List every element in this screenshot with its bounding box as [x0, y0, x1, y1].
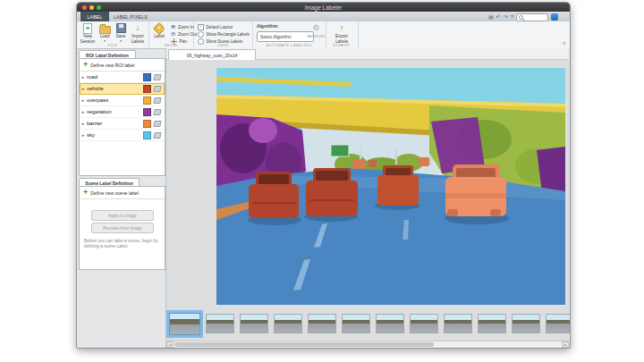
gear-icon: ⚙	[312, 24, 319, 32]
scrollbar-thumb[interactable]	[174, 342, 434, 347]
define-new-scene-label-button[interactable]: + Define new scene label	[80, 187, 165, 199]
plus-icon: +	[83, 61, 88, 69]
redo-icon[interactable]: ↷	[504, 14, 508, 20]
tab-label-pixels[interactable]: LABEL PIXELS	[109, 12, 152, 21]
label-color-swatch[interactable]	[143, 97, 151, 105]
roi-label-list: ▸road▸vehicle▸overpass▸vegetation▸barrie…	[80, 72, 165, 141]
minimize-button[interactable]	[89, 5, 94, 10]
save-icon[interactable]: ▤	[488, 14, 494, 20]
segment-vehicle-1	[249, 172, 299, 218]
dropdown-arrow-icon: ▾	[104, 39, 106, 43]
expand-arrow-icon[interactable]: ▸	[80, 132, 87, 138]
collapse-ribbon-icon[interactable]: ∧	[563, 40, 566, 46]
zoom-in-icon: ⊕	[171, 24, 175, 30]
plus-icon: +	[83, 189, 88, 197]
select-algorithm-dropdown[interactable]: Select Algorithm ▾	[257, 31, 314, 42]
zoom-in-button[interactable]: ⊕ Zoom In	[171, 24, 194, 30]
label-options-icon[interactable]	[153, 109, 161, 115]
scene-panel: + Define new scene label Apply to Image …	[79, 186, 165, 270]
search-icon	[519, 15, 523, 20]
expand-arrow-icon[interactable]: ▸	[80, 121, 87, 126]
roi-label-row[interactable]: ▸vegetation	[80, 106, 165, 118]
roi-label-name: road	[87, 74, 143, 80]
scroll-right-icon[interactable]: ▸	[562, 341, 569, 348]
automate-button[interactable]: ⚙ Automate	[308, 23, 325, 39]
section-automate: Algorithm: Select Algorithm ▾ ⚙ Automate…	[252, 21, 326, 48]
undo-icon[interactable]: ↶	[496, 14, 501, 20]
maximize-button[interactable]	[97, 5, 101, 10]
load-button[interactable]: Load ▾	[97, 23, 113, 43]
thumbnail[interactable]	[274, 314, 302, 333]
thumbnail[interactable]	[342, 314, 370, 333]
segment-vehicle-3	[377, 165, 419, 206]
define-new-roi-label-button[interactable]: + Define new ROI label	[80, 59, 165, 72]
load-folder-icon	[99, 26, 111, 34]
section-file: + New Session Load ▾ Save ▾ ↓ Import Lab…	[77, 21, 149, 48]
thumbnail[interactable]	[546, 314, 571, 333]
roi-label-row[interactable]: ▸sky	[80, 130, 165, 141]
roi-label-row[interactable]: ▸road	[80, 72, 165, 83]
thumbnail[interactable]	[478, 314, 506, 333]
thumbnail-strip	[166, 309, 569, 338]
matlab-badge-icon[interactable]	[551, 13, 558, 21]
thumbnail[interactable]	[308, 314, 336, 333]
expand-arrow-icon[interactable]: ▸	[80, 86, 87, 91]
roi-label-row[interactable]: ▸barrier	[80, 118, 165, 130]
remove-from-image-button[interactable]: Remove from Image	[91, 223, 154, 233]
window-titlebar: Image Labeler	[77, 3, 570, 12]
section-view: ✓ Default Layout Show Rectangle Labels S…	[193, 21, 253, 48]
export-arrow-icon: ↑	[340, 24, 344, 32]
app-window: Image Labeler LABEL LABEL PIXELS ▤ ↶ ↷ ?	[76, 2, 571, 349]
show-rectangle-labels-toggle[interactable]: Show Rectangle Labels	[198, 31, 250, 38]
label-options-icon[interactable]	[153, 121, 161, 127]
roi-label-row[interactable]: ▸overpass	[80, 95, 165, 106]
thumbnail[interactable]	[376, 314, 404, 333]
thumbnail[interactable]	[206, 314, 234, 333]
zoom-out-icon: ⊖	[171, 31, 175, 38]
label-options-icon[interactable]	[153, 97, 161, 104]
save-button[interactable]: Save ▾	[113, 23, 129, 43]
roi-label-row[interactable]: ▸vehicle	[80, 83, 165, 95]
roi-label-name: sky	[87, 132, 143, 138]
document-tab-bar: 06_highway_cutin_20s14	[166, 48, 569, 60]
new-session-button[interactable]: + New Session	[79, 23, 97, 44]
thumbnail[interactable]	[240, 314, 268, 333]
label-options-icon[interactable]	[153, 132, 161, 139]
section-export: ↑ Export Labels ▾ EXPORT	[326, 21, 359, 48]
section-mode: Label ⊕ Zoom In ⊖ Zoom Out Pan MODE	[148, 21, 194, 48]
help-icon[interactable]: ?	[511, 14, 513, 20]
image-canvas[interactable]	[216, 68, 565, 305]
label-color-swatch[interactable]	[143, 85, 151, 93]
quick-search-input[interactable]	[516, 13, 548, 21]
horizontal-scrollbar[interactable]: ◂ ▸	[166, 341, 569, 349]
screen: Image Labeler LABEL LABEL PIXELS ▤ ↶ ↷ ?	[0, 0, 644, 362]
expand-arrow-icon[interactable]: ▸	[80, 97, 87, 103]
thumbnail[interactable]	[512, 314, 540, 333]
scene-hint-text: Before you can label a scene, begin by d…	[84, 239, 159, 250]
quick-access-toolbar: ▤ ↶ ↷ ?	[488, 13, 558, 21]
dropdown-arrow-icon: ▾	[120, 39, 122, 43]
tab-label[interactable]: LABEL	[80, 12, 109, 21]
checkbox-icon: ✓	[198, 24, 204, 30]
default-layout-checkbox[interactable]: ✓ Default Layout	[198, 24, 233, 30]
apply-to-image-button[interactable]: Apply to Image	[91, 210, 154, 221]
label-color-swatch[interactable]	[143, 108, 151, 116]
roi-label-name: vehicle	[87, 86, 143, 91]
import-labels-button[interactable]: ↓ Import Labels	[129, 23, 147, 44]
thumbnail[interactable]	[444, 314, 472, 333]
expand-arrow-icon[interactable]: ▸	[80, 109, 87, 114]
label-tag-icon	[153, 22, 165, 35]
label-color-swatch[interactable]	[143, 73, 151, 81]
scroll-left-icon[interactable]: ◂	[166, 341, 174, 348]
import-arrow-icon: ↓	[136, 24, 140, 32]
label-color-swatch[interactable]	[143, 131, 151, 139]
document-tab[interactable]: 06_highway_cutin_20s14	[168, 49, 256, 60]
thumbnail[interactable]	[169, 313, 200, 335]
thumbnail[interactable]	[410, 314, 438, 333]
close-button[interactable]	[82, 5, 87, 10]
label-mode-button[interactable]: Label	[150, 23, 168, 39]
label-options-icon[interactable]	[153, 74, 161, 80]
label-color-swatch[interactable]	[143, 120, 151, 128]
label-options-icon[interactable]	[153, 86, 161, 92]
expand-arrow-icon[interactable]: ▸	[80, 74, 87, 80]
